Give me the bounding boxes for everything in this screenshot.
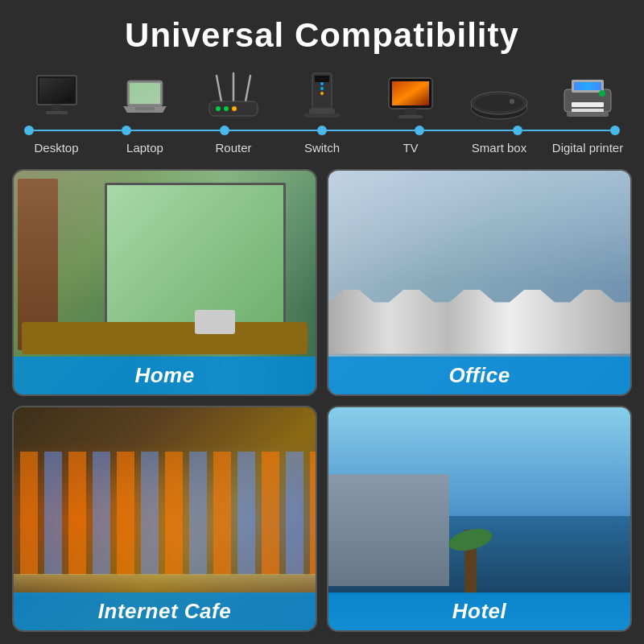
svg-rect-3 xyxy=(52,105,61,111)
svg-rect-37 xyxy=(567,112,609,117)
svg-rect-26 xyxy=(398,115,423,118)
home-desk-decoration xyxy=(22,322,308,354)
svg-point-29 xyxy=(475,95,523,111)
device-label-switch: Switch xyxy=(278,141,366,155)
connector-segment-4 xyxy=(327,130,415,131)
switch-icon xyxy=(298,69,346,122)
svg-rect-34 xyxy=(572,102,604,107)
device-item-router xyxy=(189,69,278,122)
device-item-printer xyxy=(543,69,632,122)
laptop-icon-wrapper xyxy=(121,69,169,122)
svg-rect-24 xyxy=(392,81,429,105)
svg-rect-21 xyxy=(309,109,335,114)
connector-dot-4 xyxy=(317,126,327,135)
scene-label-home: Home xyxy=(14,357,316,394)
svg-point-20 xyxy=(320,92,324,95)
devices-section: Desktop Laptop Router Switch TV Smart bo… xyxy=(12,69,632,155)
tv-icon xyxy=(386,75,435,122)
connector-segment-5 xyxy=(424,130,512,131)
svg-rect-25 xyxy=(405,109,416,115)
svg-rect-35 xyxy=(572,109,604,112)
switch-icon-wrapper xyxy=(298,69,346,122)
home-laptop-decoration xyxy=(195,310,235,334)
device-label-laptop: Laptop xyxy=(101,141,189,155)
connector-dot-6 xyxy=(513,126,522,135)
printer-icon xyxy=(560,73,615,122)
connector-segment-2 xyxy=(131,130,219,131)
scene-card-cafe: Internet Cafe xyxy=(12,406,317,633)
router-icon-wrapper xyxy=(205,69,262,122)
svg-rect-22 xyxy=(304,114,340,118)
svg-rect-8 xyxy=(135,107,155,110)
device-label-desktop: Desktop xyxy=(12,141,101,155)
scene-label-cafe: Internet Cafe xyxy=(14,592,316,630)
scene-card-hotel: Hotel xyxy=(327,406,632,633)
smartbox-icon-wrapper xyxy=(469,69,530,122)
scenes-grid: Home Office Internet Cafe Hot xyxy=(12,169,632,632)
devices-icons-row xyxy=(12,69,632,122)
router-icon xyxy=(205,69,262,122)
svg-point-14 xyxy=(224,106,229,111)
desktop-icon-wrapper xyxy=(35,69,79,122)
device-label-router: Router xyxy=(189,141,278,155)
svg-line-11 xyxy=(246,76,250,101)
svg-point-13 xyxy=(216,106,221,111)
device-item-smartbox xyxy=(455,69,543,122)
device-item-laptop xyxy=(101,69,189,122)
device-item-tv xyxy=(366,69,455,122)
connector-dot-7 xyxy=(610,126,620,135)
cafe-screens-decoration xyxy=(14,452,316,575)
svg-point-30 xyxy=(510,99,514,104)
svg-point-15 xyxy=(232,106,237,111)
smartbox-icon xyxy=(469,85,530,122)
svg-line-9 xyxy=(217,76,221,101)
svg-rect-7 xyxy=(130,83,160,104)
device-item-switch xyxy=(278,69,366,122)
hotel-palm-decoration xyxy=(464,530,477,594)
svg-point-19 xyxy=(320,87,324,90)
page-container: Universal Compatibility xyxy=(0,0,644,644)
hotel-structure-decoration xyxy=(328,474,449,586)
office-monitors-decoration xyxy=(328,290,630,354)
svg-rect-4 xyxy=(46,111,68,114)
connector-dot-3 xyxy=(220,126,229,135)
scene-label-office: Office xyxy=(328,357,630,394)
printer-icon-wrapper xyxy=(560,69,615,122)
connector-segment-1 xyxy=(34,130,122,131)
device-labels-row: Desktop Laptop Router Switch TV Smart bo… xyxy=(12,141,632,155)
svg-rect-2 xyxy=(39,78,74,102)
connector-segment-6 xyxy=(522,130,610,131)
connector-dot-2 xyxy=(122,126,131,135)
scene-card-office: Office xyxy=(327,169,632,396)
page-title: Universal Compatibility xyxy=(125,16,519,55)
tv-icon-wrapper xyxy=(386,69,435,122)
scene-card-home: Home xyxy=(12,169,317,396)
device-item-desktop xyxy=(12,69,101,122)
connector-segment-3 xyxy=(229,130,317,131)
device-label-printer: Digital printer xyxy=(543,141,632,155)
connector-line xyxy=(24,125,620,136)
connector-dot-5 xyxy=(415,126,424,135)
svg-rect-33 xyxy=(574,82,601,90)
laptop-icon xyxy=(121,77,169,122)
connector-dot-1 xyxy=(24,126,34,135)
svg-point-36 xyxy=(599,90,605,97)
device-label-tv: TV xyxy=(366,141,455,155)
svg-rect-17 xyxy=(315,76,329,82)
svg-point-18 xyxy=(320,82,324,85)
scene-label-hotel: Hotel xyxy=(328,592,630,630)
device-label-smartbox: Smart box xyxy=(455,141,543,155)
desktop-icon xyxy=(35,73,79,122)
